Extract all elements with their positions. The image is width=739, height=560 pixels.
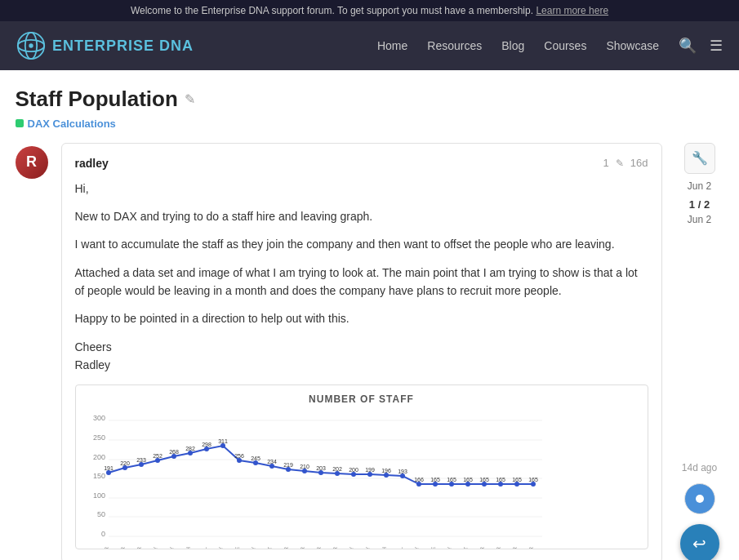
svg-text:MAY: MAY [414,546,420,549]
svg-text:AUGUST: AUGUST [267,547,273,549]
reply-button[interactable]: ↩ [680,524,719,560]
brand-name: ENTERPRISE DNA [52,38,194,55]
category-tag: DAX Calculations [16,118,116,130]
svg-text:256: 256 [234,453,244,459]
svg-text:JUNE: JUNE [234,546,240,549]
svg-text:OCTOBER: OCTOBER [300,546,305,548]
post-card: radley 1 ✎ 16d Hi, New to DAX and trying… [61,143,662,561]
svg-text:MARCH: MARCH [185,546,191,548]
banner-link[interactable]: Learn more here [536,5,608,16]
sidebar-pagination: 1 / 2 [689,198,710,211]
svg-text:APRIL: APRIL [398,546,403,548]
svg-text:300: 300 [92,414,105,422]
brand: ENTERPRISE DNA [16,31,194,60]
menu-icon[interactable]: ☰ [710,37,723,55]
svg-text:JANUARY: JANUARY [349,546,354,549]
svg-text:FEBRUARY: FEBRUARY [365,546,371,549]
svg-text:165: 165 [512,477,522,482]
avatar: R [16,146,48,179]
post-author: radley [75,157,109,170]
svg-text:250: 250 [92,433,105,442]
page-title-area: Staff Population ✎ [16,87,724,112]
page-content: Staff Population ✎ DAX Calculations R ra… [2,70,737,560]
sidebar-date-1: Jun 2 [688,180,711,192]
svg-text:202: 202 [332,466,342,472]
svg-text:OCTOBER: OCTOBER [104,546,109,548]
nav-home[interactable]: Home [377,39,407,52]
banner-text: Welcome to the Enterprise DNA support fo… [131,5,533,16]
avatar-image: R [16,146,48,179]
svg-text:311: 311 [218,438,228,444]
reply-icon: ↩ [692,534,706,553]
svg-text:165: 165 [528,477,538,482]
svg-text:FEBRUARY: FEBRUARY [169,546,175,549]
svg-text:200: 200 [92,453,105,461]
post-line-5: Happy to be pointed in a direction to he… [75,309,648,327]
nav-courses[interactable]: Courses [544,39,586,52]
post-line-2: New to DAX and trying to do a staff hire… [75,207,648,225]
svg-text:165: 165 [496,477,505,482]
svg-text:SEPTEMBER: SEPTEMBER [283,546,289,548]
svg-text:100: 100 [92,491,105,500]
svg-text:DECEMBER: DECEMBER [528,546,534,548]
svg-text:DECEMBER: DECEMBER [136,546,142,548]
tool-button[interactable]: 🔧 [684,143,715,174]
category-dot [16,119,24,127]
svg-text:OCTOBER: OCTOBER [496,546,501,548]
chart-title: NUMBER OF STAFF [81,393,643,405]
post-body: Hi, New to DAX and trying to do a staff … [75,180,648,375]
svg-text:203: 203 [316,465,326,471]
svg-text:233: 233 [136,457,146,463]
brand-logo-icon [16,31,46,60]
svg-text:166: 166 [414,477,424,482]
svg-text:NOVEMBER: NOVEMBER [316,546,322,548]
sidebar-time-ago: 14d ago [682,462,717,473]
main-layout: R radley 1 ✎ 16d Hi, New to DAX and tryi… [16,143,724,561]
svg-text:MAY: MAY [218,546,224,549]
nav-icons: 🔍 ☰ [679,37,723,55]
svg-text:199: 199 [365,467,375,473]
svg-text:268: 268 [169,449,179,455]
nav-blog[interactable]: Blog [501,39,524,52]
svg-text:165: 165 [430,477,440,482]
post-edit-icon: ✎ [616,158,624,169]
svg-text:JUNE: JUNE [430,546,436,549]
search-icon[interactable]: 🔍 [679,37,697,55]
svg-text:APRIL: APRIL [202,546,207,548]
edit-title-icon[interactable]: ✎ [185,91,195,107]
navbar: ENTERPRISE DNA Home Resources Blog Cours… [0,21,739,70]
svg-text:298: 298 [202,442,211,447]
svg-text:191: 191 [104,465,114,471]
svg-text:MARCH: MARCH [381,546,387,548]
post-line-3: I want to accumulate the staff as they j… [75,235,648,253]
category-label: DAX Calculations [28,118,116,130]
post-header: radley 1 ✎ 16d [75,157,648,170]
svg-text:220: 220 [120,460,130,466]
chart-container: NUMBER OF STAFF 0 50 100 150 200 250 300 [75,384,648,549]
sidebar: 🔧 Jun 2 1 / 2 Jun 2 14d ago ↩ [675,143,724,561]
svg-text:200: 200 [349,467,358,473]
svg-text:NOVEMBER: NOVEMBER [120,546,126,548]
svg-text:165: 165 [479,477,489,482]
svg-text:NOVEMBER: NOVEMBER [512,546,518,548]
svg-text:252: 252 [153,453,162,459]
svg-text:0: 0 [100,530,105,538]
post-line-1: Hi, [75,180,648,198]
post-line-4: Attached a data set and image of what I … [75,264,648,300]
top-banner: Welcome to the Enterprise DNA support fo… [0,0,739,21]
svg-text:JULY: JULY [251,546,256,549]
svg-text:165: 165 [447,477,456,482]
sidebar-dot-button[interactable] [684,483,715,514]
svg-text:150: 150 [92,472,105,480]
svg-text:245: 245 [251,456,260,461]
nav-links: Home Resources Blog Courses Showcase [377,39,659,52]
post-line-6: CheersRadley [75,338,648,375]
nav-showcase[interactable]: Showcase [606,39,659,52]
dot-indicator [696,495,704,503]
page-title: Staff Population [16,87,178,112]
svg-text:JANUARY: JANUARY [153,546,158,549]
post-meta: 1 ✎ 16d [603,157,648,169]
svg-text:193: 193 [398,469,407,474]
nav-resources[interactable]: Resources [427,39,482,52]
svg-text:234: 234 [267,459,277,464]
